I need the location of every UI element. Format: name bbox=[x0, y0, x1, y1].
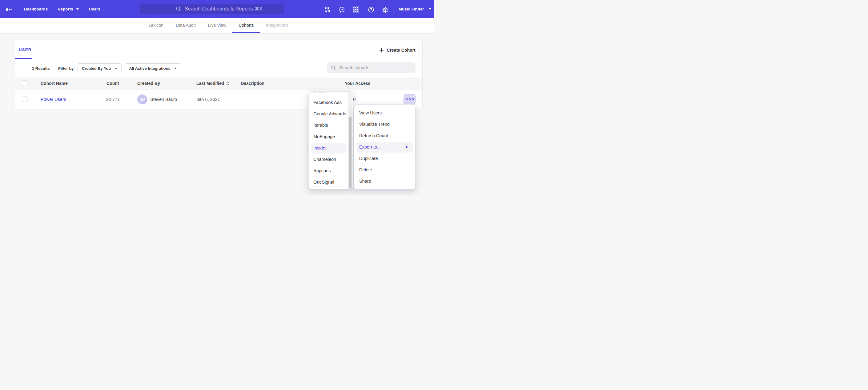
tab-user-cohorts[interactable]: USER bbox=[19, 40, 31, 59]
submenu-item[interactable]: Chameleon bbox=[309, 154, 353, 165]
integrations-filter-dropdown[interactable]: All Active Integrations bbox=[125, 63, 181, 73]
tab[interactable]: Live View bbox=[202, 18, 233, 33]
results-count: 1 Results bbox=[32, 66, 50, 71]
ellipsis-icon bbox=[405, 98, 414, 101]
search-icon bbox=[176, 6, 181, 12]
nav-item[interactable]: Users bbox=[89, 7, 100, 11]
chevron-down-icon bbox=[76, 8, 79, 10]
tab[interactable]: Integrations bbox=[260, 18, 294, 33]
context-menu-item[interactable]: Share bbox=[354, 175, 415, 187]
submenu-item[interactable]: Iterable bbox=[309, 120, 353, 131]
cohorts-card: USER Create Cohort 1 Results Filter by C… bbox=[15, 40, 423, 109]
sort-icon bbox=[226, 82, 229, 86]
apps-grid-icon[interactable] bbox=[353, 6, 359, 12]
tab[interactable]: Data Audit bbox=[169, 18, 202, 33]
data-settings-icon[interactable] bbox=[324, 6, 331, 13]
column-header-your-access: Your Access bbox=[345, 77, 370, 90]
column-header-description: Description bbox=[241, 77, 265, 90]
create-cohort-button[interactable]: Create Cohort bbox=[376, 45, 419, 55]
nav-item[interactable]: Reports bbox=[58, 7, 79, 11]
feedback-chat-icon[interactable] bbox=[339, 6, 345, 13]
submenu-item[interactable]: Insider bbox=[309, 142, 353, 154]
chevron-down-icon bbox=[175, 68, 177, 69]
primary-nav: Dashboards Reports Users bbox=[24, 0, 100, 18]
chevron-down-icon bbox=[429, 8, 432, 10]
search-cohorts-input[interactable]: Search cohorts bbox=[327, 62, 415, 73]
filter-by-label: Filter by bbox=[58, 66, 74, 71]
cohort-count: 22,777 bbox=[106, 90, 120, 109]
nav-item[interactable]: Dashboards bbox=[24, 7, 48, 11]
column-header-created-by: Created By bbox=[137, 77, 160, 90]
settings-gear-icon[interactable] bbox=[382, 6, 389, 13]
context-menu-item[interactable]: View Users bbox=[354, 107, 415, 119]
cohort-name-link[interactable]: Power Users bbox=[41, 90, 66, 109]
select-all-checkbox[interactable] bbox=[22, 80, 27, 86]
data-management-tabbar: Lexicon Data Audit Live View Cohorts Int… bbox=[0, 18, 434, 34]
search-icon bbox=[331, 65, 336, 70]
tab[interactable]: Cohorts bbox=[232, 18, 260, 33]
submenu-scrollbar-track[interactable] bbox=[348, 92, 352, 189]
column-header-count: Count bbox=[106, 77, 119, 90]
submenu-item[interactable]: Google Adwords bbox=[309, 108, 353, 120]
export-destination-submenu: Braze Facebook Ads Google Adwords Iterab… bbox=[308, 91, 353, 189]
submenu-item[interactable]: Braze bbox=[309, 91, 353, 97]
divider bbox=[53, 66, 53, 72]
submenu-scrollbar-thumb[interactable] bbox=[349, 117, 351, 189]
last-modified-date: Jan 6, 2021 bbox=[197, 90, 220, 109]
help-icon[interactable] bbox=[368, 6, 374, 13]
column-header-last-modified[interactable]: Last Modified bbox=[196, 77, 229, 90]
project-name: Music Finder bbox=[399, 7, 424, 11]
created-by-name: Steven Baum bbox=[150, 90, 177, 109]
filter-buttons: Created By You All Active Integrations bbox=[78, 63, 181, 73]
chevron-down-icon bbox=[115, 68, 117, 69]
context-menu-item[interactable]: Visualize Trend bbox=[354, 119, 415, 130]
submenu-arrow-icon bbox=[406, 145, 408, 149]
column-header-cohort-name: Cohort Name bbox=[41, 77, 68, 90]
context-menu-item[interactable]: Refresh Count bbox=[354, 130, 415, 141]
tab[interactable]: Lexicon bbox=[143, 18, 169, 33]
mixpanel-dots-logo[interactable] bbox=[4, 7, 13, 12]
submenu-item[interactable]: Appcues bbox=[309, 165, 353, 176]
created-by-filter-dropdown[interactable]: Created By You bbox=[78, 63, 122, 73]
row-checkbox[interactable] bbox=[22, 97, 27, 102]
table-header: Cohort Name Count Created By Last Modifi… bbox=[15, 77, 422, 90]
submenu-item[interactable]: OneSignal bbox=[309, 176, 353, 188]
row-more-actions-button[interactable] bbox=[404, 94, 415, 105]
project-switcher[interactable]: Music Finder bbox=[399, 0, 432, 18]
global-search-input[interactable]: Search Dashboards & Reports ⌘K bbox=[140, 4, 284, 14]
plus-icon bbox=[379, 48, 384, 53]
context-menu-item[interactable]: Delete bbox=[354, 164, 415, 175]
global-search-placeholder: Search Dashboards & Reports ⌘K bbox=[185, 4, 263, 14]
submenu-item[interactable]: MoEngage bbox=[309, 131, 353, 142]
submenu-item[interactable]: Facebook Ads bbox=[309, 97, 353, 108]
context-menu-item[interactable]: Duplicate bbox=[354, 153, 415, 164]
divider bbox=[15, 59, 422, 59]
context-menu-item[interactable]: Export to... bbox=[354, 141, 415, 153]
avatar: SB bbox=[137, 94, 147, 104]
top-navigation-bar: Dashboards Reports Users Search Dashboar… bbox=[0, 0, 434, 18]
search-cohorts-placeholder: Search cohorts bbox=[339, 65, 369, 70]
row-context-menu: View Users Visualize Trend Refresh Count… bbox=[354, 104, 415, 190]
